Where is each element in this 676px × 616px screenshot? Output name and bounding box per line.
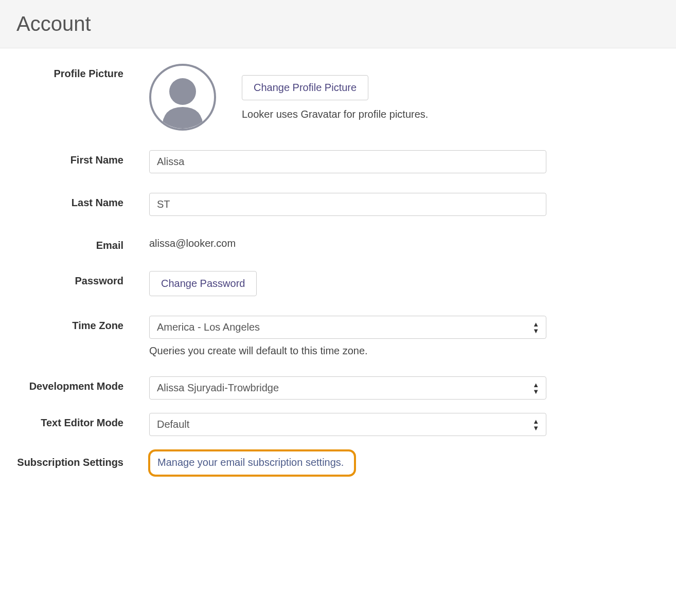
last-name-label: Last Name — [16, 193, 149, 209]
development-mode-row: Development Mode Alissa Sjuryadi-Trowbri… — [16, 376, 660, 400]
page-header: Account — [0, 0, 676, 48]
profile-picture-label: Profile Picture — [16, 64, 149, 80]
text-editor-mode-select[interactable]: Default — [149, 413, 546, 436]
time-zone-label: Time Zone — [16, 316, 149, 332]
avatar — [149, 64, 216, 131]
time-zone-select[interactable]: America - Los Angeles — [149, 316, 546, 339]
time-zone-row: Time Zone America - Los Angeles ▲▼ Queri… — [16, 316, 660, 357]
subscription-highlight: Manage your email subscription settings. — [148, 449, 356, 477]
first-name-row: First Name — [16, 150, 660, 173]
time-zone-helper: Queries you create will default to this … — [149, 345, 546, 357]
account-form: Profile Picture Change Profile Picture L… — [0, 48, 676, 502]
email-label: Email — [16, 235, 149, 251]
change-password-button[interactable]: Change Password — [149, 271, 257, 296]
password-label: Password — [16, 271, 149, 287]
development-mode-select[interactable]: Alissa Sjuryadi-Trowbridge — [149, 376, 546, 400]
change-profile-picture-button[interactable]: Change Profile Picture — [242, 75, 368, 100]
subscription-settings-label: Subscription Settings — [16, 449, 149, 468]
manage-subscription-link[interactable]: Manage your email subscription settings. — [157, 457, 344, 468]
subscription-settings-row: Subscription Settings Manage your email … — [16, 449, 660, 477]
email-row: Email alissa@looker.com — [16, 235, 660, 251]
text-editor-mode-row: Text Editor Mode Default ▲▼ — [16, 413, 660, 436]
page-title: Account — [16, 12, 660, 35]
development-mode-label: Development Mode — [16, 376, 149, 392]
profile-picture-row: Profile Picture Change Profile Picture L… — [16, 64, 660, 131]
avatar-placeholder-icon — [157, 71, 208, 129]
svg-point-0 — [169, 78, 196, 105]
last-name-row: Last Name — [16, 193, 660, 216]
text-editor-mode-label: Text Editor Mode — [16, 413, 149, 429]
first-name-input[interactable] — [149, 150, 546, 173]
last-name-input[interactable] — [149, 193, 546, 216]
email-value: alissa@looker.com — [149, 235, 546, 249]
first-name-label: First Name — [16, 150, 149, 166]
password-row: Password Change Password — [16, 271, 660, 296]
profile-picture-helper: Looker uses Gravatar for profile picture… — [242, 108, 428, 120]
